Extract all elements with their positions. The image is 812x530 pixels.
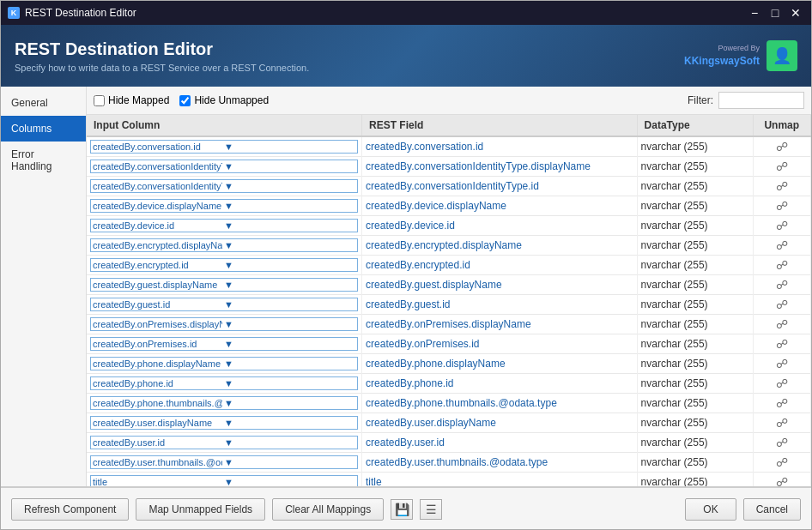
input-dropdown[interactable]: createdBy.onPremises.displayName ▼ xyxy=(90,317,358,331)
dropdown-arrow-icon: ▼ xyxy=(222,142,355,152)
input-dropdown[interactable]: createdBy.conversation.id ▼ xyxy=(90,140,358,154)
unmap-button[interactable]: ☍ xyxy=(757,219,807,232)
unmap-button[interactable]: ☍ xyxy=(757,357,807,370)
unmap-button[interactable]: ☍ xyxy=(757,475,807,486)
powered-by-text: Powered By xyxy=(718,44,760,52)
unmap-button[interactable]: ☍ xyxy=(757,298,807,311)
input-dropdown[interactable]: createdBy.phone.displayName ▼ xyxy=(90,357,358,370)
input-dropdown[interactable]: createdBy.user.displayName ▼ xyxy=(90,416,358,430)
table-row: createdBy.encrypted.id ▼ createdBy.encry… xyxy=(87,256,811,275)
unmap-button[interactable]: ☍ xyxy=(757,160,807,173)
title-bar-controls: − □ ✕ xyxy=(746,4,804,21)
icon-button-2[interactable]: ☰ xyxy=(420,499,442,520)
user-avatar-button[interactable]: 👤 xyxy=(767,40,797,71)
input-column-cell: createdBy.onPremises.displayName ▼ xyxy=(87,315,362,334)
cancel-button[interactable]: Cancel xyxy=(743,498,801,521)
sidebar-item-columns[interactable]: Columns xyxy=(1,116,86,142)
input-dropdown[interactable]: createdBy.guest.displayName ▼ xyxy=(90,278,358,292)
datatype-cell: nvarchar (255) xyxy=(637,177,753,196)
input-dropdown[interactable]: createdBy.encrypted.id ▼ xyxy=(90,258,358,272)
unmap-button[interactable]: ☍ xyxy=(757,416,807,430)
rest-field-value: createdBy.phone.thumbnails.@odata.type xyxy=(366,397,557,409)
unmap-button[interactable]: ☍ xyxy=(757,238,807,252)
unmap-button[interactable]: ☍ xyxy=(757,376,807,390)
rest-field-value: createdBy.user.thumbnails.@odata.type xyxy=(366,456,548,468)
rest-field-cell: createdBy.onPremises.displayName xyxy=(362,315,638,334)
ok-button[interactable]: OK xyxy=(685,498,736,521)
rest-field-value: createdBy.conversationIdentityType.displ… xyxy=(366,160,591,172)
close-button[interactable]: ✕ xyxy=(787,4,804,21)
hide-unmapped-label: Hide Unmapped xyxy=(194,94,269,106)
input-dropdown[interactable]: createdBy.user.thumbnails.@odata.type ▼ xyxy=(90,455,358,469)
unmap-cell: ☍ xyxy=(753,295,810,315)
input-dropdown[interactable]: title ▼ xyxy=(90,475,358,486)
hide-mapped-label: Hide Mapped xyxy=(108,94,169,106)
input-dropdown[interactable]: createdBy.phone.id ▼ xyxy=(90,376,358,390)
unmap-button[interactable]: ☍ xyxy=(757,258,807,272)
datatype-cell: nvarchar (255) xyxy=(637,473,753,487)
input-value: createdBy.phone.id xyxy=(93,378,222,388)
unmap-button[interactable]: ☍ xyxy=(757,455,807,469)
unmap-button[interactable]: ☍ xyxy=(757,140,807,154)
refresh-button[interactable]: Refresh Component xyxy=(11,498,129,521)
input-dropdown[interactable]: createdBy.user.id ▼ xyxy=(90,436,358,449)
unmap-button[interactable]: ☍ xyxy=(757,278,807,292)
dropdown-arrow-icon: ▼ xyxy=(222,319,355,329)
hide-unmapped-input[interactable] xyxy=(179,95,191,106)
rest-field-value: createdBy.user.displayName xyxy=(366,417,496,429)
rest-field-value: createdBy.device.id xyxy=(366,220,455,232)
rest-field-cell: createdBy.encrypted.id xyxy=(362,256,638,275)
dropdown-arrow-icon: ▼ xyxy=(222,220,355,231)
input-dropdown[interactable]: createdBy.guest.id ▼ xyxy=(90,298,358,311)
datatype-cell: nvarchar (255) xyxy=(637,394,753,413)
datatype-cell: nvarchar (255) xyxy=(637,256,753,275)
input-dropdown[interactable]: createdBy.conversationIdentityType.id ▼ xyxy=(90,179,358,193)
input-dropdown[interactable]: createdBy.device.id ▼ xyxy=(90,219,358,232)
unmap-button[interactable]: ☍ xyxy=(757,396,807,410)
rest-field-value: createdBy.conversationIdentityType.id xyxy=(366,180,539,192)
hide-mapped-input[interactable] xyxy=(94,95,105,106)
col-header-rest: REST Field xyxy=(362,115,638,136)
input-dropdown[interactable]: createdBy.encrypted.displayName ▼ xyxy=(90,238,358,252)
rest-field-value: createdBy.encrypted.id xyxy=(366,259,470,271)
unmap-button[interactable]: ☍ xyxy=(757,317,807,331)
unmap-button[interactable]: ☍ xyxy=(757,337,807,351)
table-row: createdBy.phone.id ▼ createdBy.phone.idn… xyxy=(87,374,811,394)
unmap-cell: ☍ xyxy=(753,334,810,354)
sidebar-item-error-handling[interactable]: Error Handling xyxy=(1,142,86,179)
input-value: createdBy.conversation.id xyxy=(93,142,222,152)
input-dropdown[interactable]: createdBy.onPremises.id ▼ xyxy=(90,337,358,351)
dropdown-arrow-icon: ▼ xyxy=(222,339,355,349)
datatype-cell: nvarchar (255) xyxy=(637,216,753,236)
input-column-cell: createdBy.encrypted.id ▼ xyxy=(87,256,362,275)
minimize-button[interactable]: − xyxy=(746,4,763,21)
input-column-cell: createdBy.user.id ▼ xyxy=(87,433,362,453)
unmap-cell: ☍ xyxy=(753,453,810,473)
table-row: createdBy.onPremises.id ▼ createdBy.onPr… xyxy=(87,334,811,354)
table-row: createdBy.phone.thumbnails.@odata.type ▼… xyxy=(87,394,811,413)
unmap-button[interactable]: ☍ xyxy=(757,199,807,213)
hide-unmapped-checkbox[interactable]: Hide Unmapped xyxy=(179,94,269,106)
unmap-button[interactable]: ☍ xyxy=(757,179,807,193)
rest-field-value: createdBy.user.id xyxy=(366,437,445,449)
clear-mappings-button[interactable]: Clear All Mappings xyxy=(272,498,384,521)
filter-input[interactable] xyxy=(718,92,804,109)
unmap-cell: ☍ xyxy=(753,413,810,433)
input-dropdown[interactable]: createdBy.conversationIdentityType.displ… xyxy=(90,160,358,173)
input-value: createdBy.user.displayName xyxy=(93,418,222,428)
dropdown-arrow-icon: ▼ xyxy=(222,260,355,270)
unmap-button[interactable]: ☍ xyxy=(757,436,807,449)
table-row: createdBy.user.displayName ▼ createdBy.u… xyxy=(87,413,811,433)
input-dropdown[interactable]: createdBy.phone.thumbnails.@odata.type ▼ xyxy=(90,396,358,410)
rest-field-value: createdBy.conversation.id xyxy=(366,141,483,153)
map-unmapped-button[interactable]: Map Unmapped Fields xyxy=(136,498,265,521)
input-dropdown[interactable]: createdBy.device.displayName ▼ xyxy=(90,199,358,213)
maximize-button[interactable]: □ xyxy=(767,4,784,21)
hide-mapped-checkbox[interactable]: Hide Mapped xyxy=(94,94,169,106)
input-column-cell: createdBy.conversationIdentityType.id ▼ xyxy=(87,177,362,196)
table-row: createdBy.conversationIdentityType.displ… xyxy=(87,157,811,177)
dropdown-arrow-icon: ▼ xyxy=(222,280,355,290)
sidebar-item-general[interactable]: General xyxy=(1,90,86,116)
input-value: createdBy.phone.displayName xyxy=(93,358,222,369)
icon-button-1[interactable]: 💾 xyxy=(391,499,413,520)
